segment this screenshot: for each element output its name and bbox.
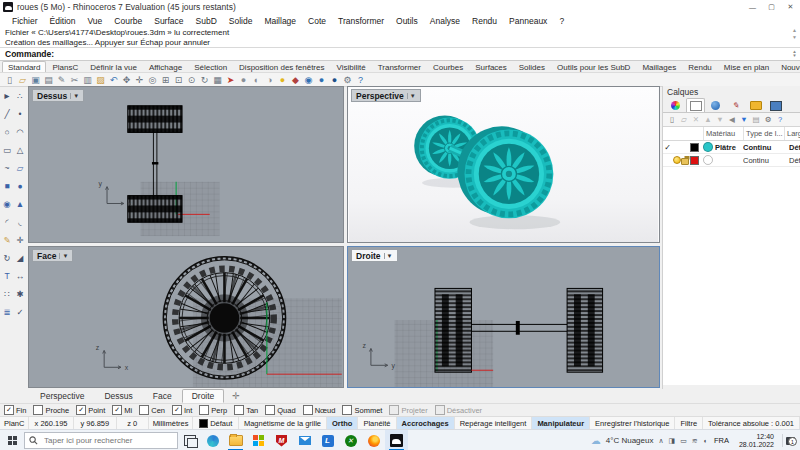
toolbar-icon[interactable]: ▤ [42, 74, 55, 86]
toolbar-icon[interactable]: ? [354, 74, 367, 86]
left-toolbar-icon[interactable]: ╱ [1, 106, 14, 124]
checkbox[interactable] [303, 405, 313, 415]
toolbar-icon[interactable]: ➤ [224, 74, 237, 86]
left-toolbar-icon[interactable]: ► [1, 88, 14, 106]
toolbar-tab[interactable]: Courbes [427, 61, 469, 72]
left-toolbar-icon[interactable]: • [14, 106, 27, 124]
toolbar-icon[interactable]: ● [315, 74, 328, 86]
tray-volume-icon[interactable]: ◖ [703, 437, 707, 444]
osnap-toggle[interactable]: ✓ Int [172, 405, 192, 415]
checkbox[interactable] [33, 405, 43, 415]
toolbar-tab[interactable]: Définir la vue [84, 61, 143, 72]
search-input[interactable] [42, 435, 161, 446]
checkbox[interactable]: ✓ [76, 405, 86, 415]
toolbar-icon[interactable]: ▯ [3, 74, 16, 86]
layer-material-cell[interactable] [703, 155, 743, 165]
layer-row[interactable]: ✓ Plâtre Continu Défaut [663, 141, 800, 154]
command-input[interactable] [57, 49, 790, 60]
viewport-title-face[interactable]: Face▼ [32, 249, 73, 262]
toolbar-tab[interactable]: Affichage [143, 61, 188, 72]
left-toolbar-icon[interactable]: ◠ [14, 124, 27, 142]
osnap-toggle[interactable]: Perp [199, 405, 227, 415]
menu-item[interactable]: Transformer [332, 16, 390, 26]
display-tab[interactable] [706, 98, 725, 112]
office-app[interactable]: L [316, 430, 339, 450]
maximize-button[interactable]: ▢ [762, 1, 781, 14]
menu-item[interactable]: Surface [148, 16, 189, 26]
left-toolbar-icon[interactable]: ∴ [14, 88, 27, 106]
viewport-droite[interactable]: z y Droite▼ [347, 246, 660, 388]
toolbar-icon[interactable]: ◆ [289, 74, 302, 86]
layers-tab[interactable] [686, 98, 705, 112]
notification-center[interactable]: 1 [782, 434, 797, 447]
toolbar-icon[interactable]: ⊡ [172, 74, 185, 86]
weather-cloud-icon[interactable]: ☁ [591, 435, 601, 446]
menu-item[interactable]: ? [553, 16, 570, 26]
toolbar-tab[interactable]: PlansC [46, 61, 84, 72]
column-width[interactable]: Largeur... [784, 127, 800, 140]
left-toolbar-icon[interactable]: ▲ [14, 196, 27, 214]
left-toolbar-icon[interactable]: ≣ [1, 304, 14, 322]
layers-toolbar-icon[interactable]: ▼ [714, 115, 726, 124]
viewport-tab[interactable]: Dessus [94, 389, 142, 403]
menu-item[interactable]: Édition [44, 16, 82, 26]
toolbar-icon[interactable]: ✎ [55, 74, 68, 86]
osnap-toggle[interactable]: ✓ Mi [112, 405, 132, 415]
checkbox[interactable] [234, 405, 244, 415]
antivirus-app[interactable]: M [270, 430, 293, 450]
left-toolbar-icon[interactable]: ▭ [1, 142, 14, 160]
toolbar-tab[interactable]: Solides [513, 61, 551, 72]
tray-chevron-icon[interactable]: ∧ [658, 437, 663, 445]
viewport-face[interactable]: z x Face▼ [28, 246, 344, 388]
toolbar-icon[interactable]: ◑ [263, 74, 276, 86]
left-toolbar-icon[interactable]: ◉ [1, 196, 14, 214]
close-button[interactable]: ✕ [781, 1, 800, 14]
viewport-title-droite[interactable]: Droite▼ [351, 249, 398, 262]
left-toolbar-icon[interactable]: ✛ [14, 232, 27, 250]
toolbar-tab[interactable]: Visibilité [330, 61, 371, 72]
osnap-toggle[interactable]: Sommet [342, 405, 382, 415]
toolbar-icon[interactable]: ◐ [250, 74, 263, 86]
layer-linetype-cell[interactable]: Continu [743, 143, 784, 152]
toolbar-tab[interactable]: Sélection [188, 61, 233, 72]
layer-color-swatch[interactable] [690, 143, 699, 152]
mail-app[interactable] [293, 430, 316, 450]
explorer-app[interactable] [224, 430, 247, 450]
layers-toolbar-icon[interactable]: ▤ [750, 115, 762, 124]
left-toolbar-icon[interactable]: ◜ [1, 214, 14, 232]
left-toolbar-icon[interactable]: ✎ [1, 232, 14, 250]
osnap-toggle[interactable]: Nœud [303, 405, 336, 415]
toolbar-tab[interactable]: Surfaces [469, 61, 513, 72]
left-toolbar-icon[interactable]: △ [14, 142, 27, 160]
toolbar-icon[interactable]: ◎ [146, 74, 159, 86]
annotate-tab[interactable]: ✎ [726, 98, 745, 112]
layer-width-cell[interactable]: Défaut [784, 143, 800, 152]
viewport-title-perspective[interactable]: Perspective▼ [351, 89, 421, 102]
layer-visibility-bulb[interactable] [672, 156, 681, 164]
layer-row[interactable]: Continu Défaut [663, 154, 800, 167]
left-toolbar-icon[interactable]: ~ [1, 160, 14, 178]
toolbar-icon[interactable]: ▱ [16, 74, 29, 86]
viewport-title-dessus[interactable]: Dessus▼ [32, 89, 84, 102]
layer-lock-icon[interactable] [681, 156, 690, 165]
taskbar-clock[interactable]: 12:4028.01.2022 [736, 433, 777, 449]
toolbar-icon[interactable]: ⚙ [341, 74, 354, 86]
edge-app[interactable] [201, 430, 224, 450]
layers-toolbar-icon[interactable]: ▯ [666, 115, 678, 124]
toolbar-icon[interactable]: ◉ [302, 74, 315, 86]
left-toolbar-icon[interactable]: T [1, 268, 14, 286]
properties-tab[interactable] [666, 98, 685, 112]
toolbar-icon[interactable]: ▦ [211, 74, 224, 86]
toolbar-icon[interactable]: ✂ [68, 74, 81, 86]
viewport-menu-arrow-icon[interactable]: ▼ [407, 93, 418, 99]
left-toolbar-icon[interactable]: ↻ [1, 250, 14, 268]
checkbox[interactable] [342, 405, 352, 415]
checkbox[interactable] [265, 405, 275, 415]
left-toolbar-icon[interactable]: ◟ [14, 214, 27, 232]
toolbar-tab[interactable]: Rendu [682, 61, 718, 72]
toolbar-icon[interactable]: ▥ [81, 74, 94, 86]
command-spinner[interactable]: ▲▼ [790, 50, 799, 58]
toolbar-icon[interactable]: ● [328, 74, 341, 86]
column-material[interactable]: Matériau [703, 127, 743, 140]
layers-toolbar-icon[interactable]: ◀ [726, 115, 738, 124]
